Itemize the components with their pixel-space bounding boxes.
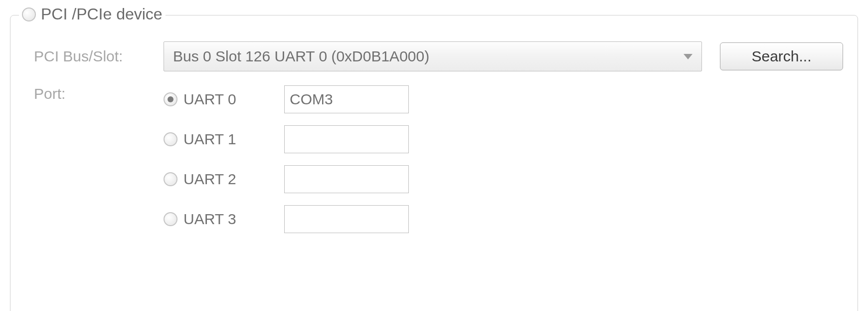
uart3-radio[interactable] (164, 212, 177, 226)
port-option-uart3: UART 3 (164, 205, 409, 233)
pci-bus-slot-row: PCI Bus/Slot: Bus 0 Slot 126 UART 0 (0xD… (34, 41, 843, 71)
pci-bus-slot-select[interactable]: Bus 0 Slot 126 UART 0 (0xD0B1A000) (164, 41, 702, 71)
uart1-input[interactable] (284, 125, 409, 153)
pci-bus-slot-label: PCI Bus/Slot: (34, 48, 164, 65)
uart2-radio[interactable] (164, 172, 177, 186)
uart0-label: UART 0 (183, 91, 278, 108)
uart1-label: UART 1 (183, 131, 278, 148)
port-option-uart0: UART 0 (164, 85, 409, 113)
pci-device-group: PCI /PCIe device PCI Bus/Slot: Bus 0 Slo… (10, 5, 858, 233)
uart3-input[interactable] (284, 205, 409, 233)
group-content: PCI Bus/Slot: Bus 0 Slot 126 UART 0 (0xD… (10, 23, 858, 233)
search-button[interactable]: Search... (720, 42, 843, 70)
group-legend[interactable]: PCI /PCIe device (19, 5, 166, 23)
uart1-radio[interactable] (164, 132, 177, 146)
port-option-uart1: UART 1 (164, 125, 409, 153)
search-button-label: Search... (751, 48, 811, 65)
port-row: Port: UART 0 UART 1 UART 2 (34, 85, 843, 233)
uart2-input[interactable] (284, 165, 409, 193)
port-label: Port: (34, 85, 164, 102)
uart0-input[interactable] (284, 85, 409, 113)
port-option-uart2: UART 2 (164, 165, 409, 193)
pci-bus-slot-value: Bus 0 Slot 126 UART 0 (0xD0B1A000) (173, 48, 429, 65)
uart3-label: UART 3 (183, 211, 278, 228)
group-title: PCI /PCIe device (41, 5, 163, 23)
chevron-down-icon (684, 54, 693, 59)
uart0-radio[interactable] (164, 92, 177, 106)
uart2-label: UART 2 (183, 171, 278, 188)
port-options: UART 0 UART 1 UART 2 UART 3 (164, 85, 409, 233)
pci-device-radio[interactable] (22, 7, 36, 21)
